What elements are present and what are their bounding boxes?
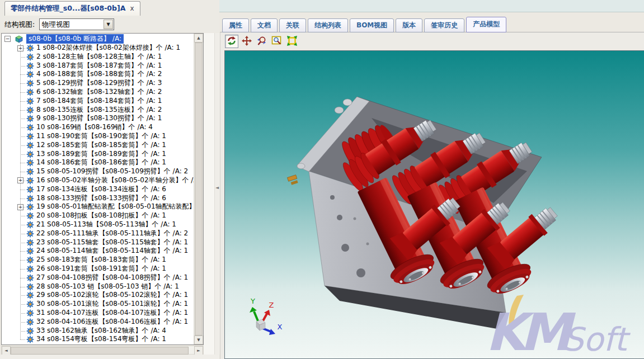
tree-row[interactable]: 11 s08-190套筒【s08-190套筒】个 /A: 1 xyxy=(2,132,194,141)
tab-5[interactable]: BOM视图 xyxy=(350,18,394,32)
document-tab-title: 零部件结构管理_s0...器[s08-0b]A xyxy=(11,4,125,12)
gear-part-icon xyxy=(26,221,34,229)
tree-row-label: 1 s08-02架体焊接【s08-02架体焊接】个 /A: 1 xyxy=(36,44,180,53)
tree-row-label: 17 s08-134连板【s08-134连板】个 /A: 6 xyxy=(36,185,166,194)
tree-vertical-scrollbar[interactable]: ▲ ▼ xyxy=(194,34,203,344)
gear-part-icon xyxy=(26,70,34,78)
tree-row-label: 4 s08-188套筒【s08-188套筒】个 /A: 2 xyxy=(36,70,162,79)
expand-expander-icon[interactable]: + xyxy=(17,204,23,210)
tree-row[interactable]: 17 s08-134连板【s08-134连板】个 /A: 6 xyxy=(2,185,194,194)
tree-row[interactable]: 18 s08-133拐臂【s08-133拐臂】个 /A: 6 xyxy=(2,194,194,203)
gear-part-icon xyxy=(26,79,34,87)
tree-root-row[interactable]: −s08-0b【s08-0b 断路器】 /A: xyxy=(2,34,194,44)
tree-row[interactable]: 10 s08-169销【s08-169销】个 /A: 4 xyxy=(2,123,194,132)
tree-horizontal-scrollbar[interactable]: ◄ ► xyxy=(1,346,204,355)
tree-row-label: 8 s08-135连板【s08-135连板】个 /A: 2 xyxy=(36,106,162,115)
tree-row[interactable]: 25 s08-183套筒【s08-183套筒】个 /A: 1 xyxy=(2,256,194,264)
bottom-splitter[interactable]: ▲ xyxy=(0,355,219,359)
zoom-dynamic-button[interactable] xyxy=(255,35,269,48)
model-viewport[interactable]: Y Z X KM Soft xyxy=(224,50,644,359)
gear-part-icon xyxy=(26,291,34,299)
tree-row[interactable]: +1 s08-02架体焊接【s08-02架体焊接】个 /A: 1 xyxy=(2,44,194,53)
tab-7[interactable]: 签审历史 xyxy=(424,18,464,32)
gear-part-icon xyxy=(26,309,34,317)
tree-row-label: 21 S08-05-113轴【S08-05-113轴】个 /A: 1 xyxy=(36,220,176,229)
dropdown-arrow-icon[interactable]: ▼ xyxy=(104,20,113,29)
zoom-window-button[interactable] xyxy=(270,35,284,48)
tree-row[interactable]: 9 s08-130拐臂【s08-130拐臂】个 /A: 1 xyxy=(2,114,194,123)
expand-expander-icon[interactable]: + xyxy=(17,45,23,51)
pan-button[interactable] xyxy=(240,35,253,48)
gear-part-icon xyxy=(26,300,34,308)
gear-part-icon xyxy=(26,124,34,131)
tree-row-label: 28 s08-05-103 销【s08-05-103 销】个 /A: 1 xyxy=(36,282,179,291)
tree-row[interactable]: 34 s08-154弯板【s08-154弯板】个 /A: 1 xyxy=(2,335,194,344)
watermark-soft: Soft xyxy=(563,320,631,358)
tab-1[interactable]: 属性 xyxy=(222,18,249,32)
gear-part-icon xyxy=(26,44,34,52)
tree-row[interactable]: 3 s08-187套筒【s08-187套筒】个 /A: 1 xyxy=(2,62,194,70)
tree-row[interactable]: 20 s08-108扣板【s08-108扣板】个 /A: 1 xyxy=(2,211,194,220)
tree-row[interactable]: 23 s08-05-115轴套【s08-05-115轴套】个 /A: 1 xyxy=(2,238,194,247)
collapse-left-icon[interactable]: ◄ xyxy=(215,185,219,190)
tree-row[interactable]: 26 s08-191套筒【s08-191套筒】个 /A: 1 xyxy=(2,264,194,273)
tree-row-label: s08-0b【s08-0b 断路器】 /A: xyxy=(26,34,124,44)
tree-row[interactable]: 29 s08-05-102滚轮【s08-05-102滚轮】个 /A: 1 xyxy=(2,291,194,300)
tab-3[interactable]: 关联 xyxy=(279,18,306,32)
gear-part-icon xyxy=(26,159,34,167)
axis-z-label: Z xyxy=(269,301,274,309)
tab-6[interactable]: 版本 xyxy=(396,18,422,32)
tree-row-label: 11 s08-190套筒【s08-190套筒】个 /A: 1 xyxy=(36,132,166,141)
tab-4[interactable]: 结构列表 xyxy=(308,18,348,32)
structure-tree: −s08-0b【s08-0b 断路器】 /A:+1 s08-02架体焊接【s08… xyxy=(1,33,204,345)
tree-row-label: 26 s08-191套筒【s08-191套筒】个 /A: 1 xyxy=(36,264,166,273)
tree-row[interactable]: 4 s08-188套筒【s08-188套筒】个 /A: 2 xyxy=(2,70,194,79)
tree-row[interactable]: +16 s08-05-02半轴分装【s08-05-02半轴分装】个 /A: 1 xyxy=(2,176,194,185)
tree-row[interactable]: 33 s08-162轴承【s08-162轴承】个 /A: 4 xyxy=(2,327,194,336)
tree-row[interactable]: 24 s08-05-114轴套【s08-05-114轴套】个 /A: 1 xyxy=(2,247,194,256)
zoom-fit-button[interactable] xyxy=(285,35,299,48)
scrollbar-thumb[interactable] xyxy=(195,42,203,336)
tree-row-label: 13 s08-189套筒【s08-189套筒】个 /A: 1 xyxy=(36,150,166,159)
tree-row[interactable]: 2 s08-128主轴【s08-128主轴】个 /A: 1 xyxy=(2,53,194,62)
tree-row[interactable]: 5 s08-129拐臂【s08-129拐臂】个 /A: 3 xyxy=(2,79,194,88)
tree-row[interactable]: 6 s08-132轴套【s08-132轴套】个 /A: 2 xyxy=(2,88,194,97)
tree-row[interactable]: 15 s08-05-109拐臂【s08-05-109拐臂】个 /A: 2 xyxy=(2,167,194,176)
tree-row[interactable]: 22 s08-05-111轴承【s08-05-111轴承】个 /A: 2 xyxy=(2,229,194,238)
tree-row[interactable]: 12 s08-185套筒【s08-185套筒】个 /A: 1 xyxy=(2,141,194,150)
tree-row[interactable]: 30 s08-05-101滚轮【s08-05-101滚轮】个 /A: 1 xyxy=(2,300,194,309)
tree-row-label: 12 s08-185套筒【s08-185套筒】个 /A: 1 xyxy=(36,141,166,150)
tree-row[interactable]: 31 s08-04-107连板【s08-04-107连板】个 /A: 1 xyxy=(2,309,194,318)
gear-part-icon xyxy=(26,53,34,61)
gear-part-icon xyxy=(26,186,34,193)
tree-row[interactable]: 14 s08-186套筒【s08-186套筒】个 /A: 1 xyxy=(2,158,194,167)
tab-8[interactable]: 产品模型 xyxy=(466,17,506,32)
tree-row[interactable]: 13 s08-189套筒【s08-189套筒】个 /A: 1 xyxy=(2,150,194,159)
tree-row[interactable]: 27 s08-04-108拐臂【s08-04-108拐臂】个 /A: 1 xyxy=(2,273,194,282)
tree-row[interactable]: 28 s08-05-103 销【s08-05-103 销】个 /A: 1 xyxy=(2,282,194,291)
scrollbar-thumb[interactable] xyxy=(11,347,189,355)
structure-view-select[interactable]: 物理视图 ▼ xyxy=(39,18,114,30)
gear-part-icon xyxy=(26,283,34,291)
scroll-down-icon[interactable]: ▼ xyxy=(194,336,203,344)
collapse-expander-icon[interactable]: − xyxy=(4,36,11,42)
zoom-dynamic-icon xyxy=(256,35,267,49)
expand-expander-icon[interactable]: + xyxy=(17,177,23,183)
tree-row[interactable]: 21 S08-05-113轴【S08-05-113轴】个 /A: 1 xyxy=(2,220,194,229)
scroll-right-icon[interactable]: ► xyxy=(194,346,203,355)
model-canvas[interactable]: Y Z X KM Soft xyxy=(225,51,644,359)
tree-row-label: 6 s08-132轴套【s08-132轴套】个 /A: 2 xyxy=(36,88,162,97)
tab-close-icon[interactable]: x xyxy=(130,4,134,12)
tree-row-label: 2 s08-128主轴【s08-128主轴】个 /A: 1 xyxy=(36,53,162,62)
tree-row[interactable]: +19 s08-05-01轴配钻装配【s08-05-01轴配钻装配】个 /A: xyxy=(2,202,194,211)
tree-row[interactable]: 7 s08-184套筒【s08-184套筒】个 /A: 1 xyxy=(2,97,194,106)
scroll-up-icon[interactable]: ▲ xyxy=(194,34,203,42)
tree-row[interactable]: 8 s08-135连板【s08-135连板】个 /A: 2 xyxy=(2,106,194,115)
tab-2[interactable]: 文档 xyxy=(251,18,278,32)
gear-part-icon xyxy=(26,115,34,122)
scroll-left-icon[interactable]: ◄ xyxy=(2,346,11,355)
rotate-button[interactable] xyxy=(225,35,238,48)
document-tab[interactable]: 零部件结构管理_s0...器[s08-0b]Ax xyxy=(4,1,140,16)
tree-row-label: 32 s08-04-106连板【s08-04-106连板】个 /A: 1 xyxy=(36,318,188,327)
tree-row[interactable]: 32 s08-04-106连板【s08-04-106连板】个 /A: 1 xyxy=(2,318,194,327)
